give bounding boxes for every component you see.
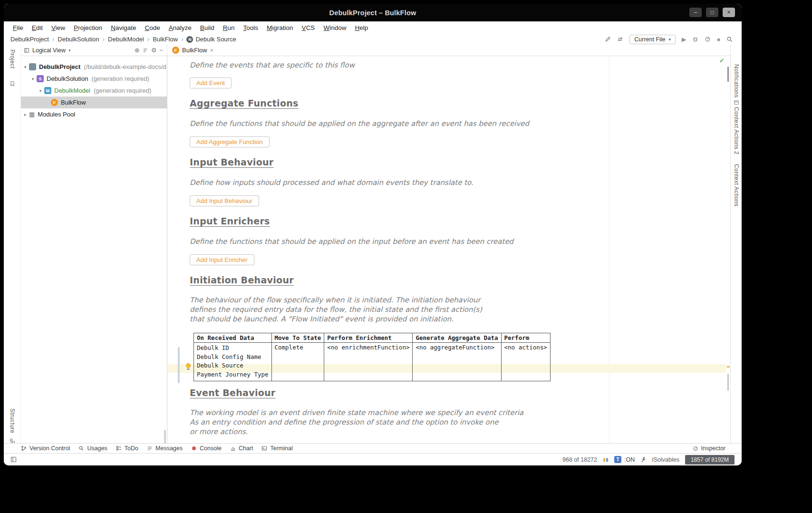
view-selector[interactable]: Logical View — [32, 47, 66, 54]
inspection-ok-icon[interactable]: ✓ — [719, 57, 725, 64]
branch-icon — [21, 445, 27, 451]
project-panel-header: Logical View ▾ ⊕ ⚙ − — [21, 45, 167, 56]
section-heading-initiation-behaviour: Initiation Behaviour — [190, 275, 294, 285]
add-input-enricher-button[interactable]: Add Input Enricher — [190, 254, 254, 265]
tree-scrollbar-thumb[interactable] — [164, 430, 166, 443]
menu-run[interactable]: Run — [219, 23, 239, 32]
breadcrumb-item[interactable]: DebulkModel — [108, 36, 144, 43]
menu-build[interactable]: Build — [196, 23, 219, 32]
collapse-all-icon[interactable] — [143, 48, 148, 53]
tool-stripe-structure[interactable]: Structure — [9, 408, 16, 433]
profiler-icon[interactable] — [705, 36, 711, 42]
tree-item-debulkproject[interactable]: ▾ DebulkProject (/build/debulk-example-d… — [21, 61, 167, 73]
highlight-level-icon[interactable] — [603, 457, 609, 463]
locate-icon[interactable]: ⊕ — [135, 47, 140, 54]
table-row: Debulk ID Debulk Config Name Debulk Sour… — [194, 343, 551, 381]
layout-icon[interactable] — [10, 456, 17, 463]
runtime-widget[interactable]: ISolvables — [652, 456, 679, 463]
breadcrumb-item[interactable]: DebulkProject — [10, 36, 49, 43]
debug-icon[interactable] — [692, 36, 698, 42]
menu-file[interactable]: File — [9, 23, 28, 32]
maximize-button[interactable]: □ — [706, 8, 718, 17]
tree-item-modules-pool[interactable]: ▸ ▦ Modules Pool — [21, 108, 167, 120]
sync-icon[interactable] — [617, 36, 623, 42]
menu-code[interactable]: Code — [140, 23, 164, 32]
chevron-down-icon[interactable]: ▾ — [37, 88, 44, 93]
title-bar: DebulkProject – BulkFlow – □ × — [4, 4, 742, 21]
section-heading-input-behaviour: Input Behaviour — [190, 157, 273, 167]
tool-button-chart[interactable]: Chart — [230, 445, 260, 452]
menu-help[interactable]: Help — [350, 23, 372, 32]
menu-projection[interactable]: Projection — [69, 23, 106, 32]
tool-stripe-notifications[interactable]: Notifications — [733, 64, 740, 98]
tool-stripe-project[interactable]: Project — [9, 49, 16, 68]
tool-button-version-control[interactable]: Version Control — [21, 445, 77, 452]
cell-move-to-state[interactable]: Complete — [271, 343, 324, 381]
cell-perform[interactable]: <no actions> — [501, 343, 550, 381]
cell-on-received-data[interactable]: Debulk ID Debulk Config Name Debulk Sour… — [194, 343, 272, 381]
toggle-badge[interactable]: T — [614, 456, 621, 463]
close-button[interactable]: × — [723, 8, 735, 17]
breadcrumb-separator-icon: › — [103, 36, 105, 43]
scrollbar-thumb[interactable] — [727, 67, 729, 82]
gear-icon[interactable]: ⚙ — [151, 47, 157, 54]
initiation-table: On Received Data Move To State Perform E… — [193, 333, 551, 381]
tree-item-bulkflow[interactable]: F BulkFlow — [21, 97, 167, 108]
run-configuration-select[interactable]: Current File ▾ — [629, 35, 676, 44]
search-icon[interactable] — [726, 36, 733, 43]
scrollbar-thumb[interactable] — [727, 374, 729, 391]
chevron-down-icon[interactable]: ▾ — [22, 65, 29, 69]
menu-edit[interactable]: Edit — [28, 23, 47, 32]
menu-bar: File Edit View Projection Navigate Code … — [4, 21, 742, 34]
tree-item-debulksolution[interactable]: ▾ S DebulkSolution (generation required) — [21, 73, 167, 85]
flow-file-icon: F — [172, 47, 179, 54]
menu-analyze[interactable]: Analyze — [164, 23, 196, 32]
menu-navigate[interactable]: Navigate — [106, 23, 140, 32]
tool-window-icon[interactable] — [734, 100, 739, 105]
intention-bulb-icon[interactable] — [185, 363, 191, 370]
menu-vcs[interactable]: VCS — [298, 23, 319, 32]
breadcrumb-current[interactable]: Debulk Source — [195, 36, 236, 43]
section-heading-input-enrichers: Input Enrichers — [190, 216, 270, 226]
table-header-row: On Received Data Move To State Perform E… — [194, 333, 551, 343]
hide-panel-icon[interactable]: − — [159, 47, 163, 54]
run-button[interactable]: ▶ — [682, 36, 686, 43]
add-input-behaviour-button[interactable]: Add Input Behaviour — [190, 195, 259, 206]
minimize-button[interactable]: – — [689, 8, 702, 17]
close-tab-icon[interactable]: × — [210, 47, 213, 54]
error-stripe-mark[interactable] — [727, 366, 730, 368]
menu-window[interactable]: Window — [319, 23, 350, 32]
menu-view[interactable]: View — [47, 23, 69, 32]
chevron-down-icon[interactable]: ▾ — [68, 48, 71, 53]
tool-button-usages[interactable]: Usages — [78, 445, 114, 452]
breadcrumb-item[interactable]: BulkFlow — [153, 36, 178, 43]
bookmark-icon[interactable] — [10, 81, 15, 87]
tree-item-label: Modules Pool — [38, 111, 75, 118]
tool-button-terminal[interactable]: Terminal — [261, 445, 299, 452]
pencil-icon[interactable] — [605, 36, 611, 42]
chevron-right-icon[interactable]: ▸ — [22, 112, 29, 117]
stop-button[interactable]: ■ — [717, 37, 720, 42]
tab-bulkflow[interactable]: F BulkFlow × — [167, 45, 218, 56]
tree-item-debulkmodel[interactable]: ▾ M DebulkModel (generation required) — [21, 85, 167, 97]
add-aggregate-function-button[interactable]: Add Aggregate Function — [190, 136, 270, 147]
tool-stripe-context-actions[interactable]: Context Actions — [733, 164, 740, 206]
magnifier-icon — [78, 445, 84, 451]
initiation-paragraph: The behaviour of the flow specifically w… — [190, 295, 482, 324]
breadcrumb-item[interactable]: DebulkSolution — [58, 36, 99, 43]
add-event-button[interactable]: Add Event — [190, 77, 232, 88]
menu-tools[interactable]: Tools — [239, 23, 263, 32]
run-toolbar: Current File ▾ ▶ ■ — [605, 34, 733, 45]
tool-button-console[interactable]: Console — [191, 445, 228, 452]
tool-button-todo[interactable]: ToDo — [116, 445, 145, 452]
tree-item-note: (generation required) — [91, 75, 149, 82]
cell-generate-aggregate-data[interactable]: <no aggregateFunction> — [413, 343, 501, 381]
caret-position-widget[interactable]: 968 of 18272 — [562, 456, 597, 463]
tool-button-messages[interactable]: Messages — [147, 445, 189, 452]
memory-indicator[interactable]: 1857 of 8192M — [685, 455, 735, 465]
tool-button-inspector[interactable]: Inspector — [693, 445, 725, 452]
menu-migration[interactable]: Migration — [262, 23, 298, 32]
chevron-down-icon[interactable]: ▾ — [29, 77, 36, 81]
cell-perform-enrichment[interactable]: <no enrichmentFunction> — [324, 343, 413, 381]
tool-stripe-context-actions-2[interactable]: Context Actions 2 — [733, 107, 740, 155]
